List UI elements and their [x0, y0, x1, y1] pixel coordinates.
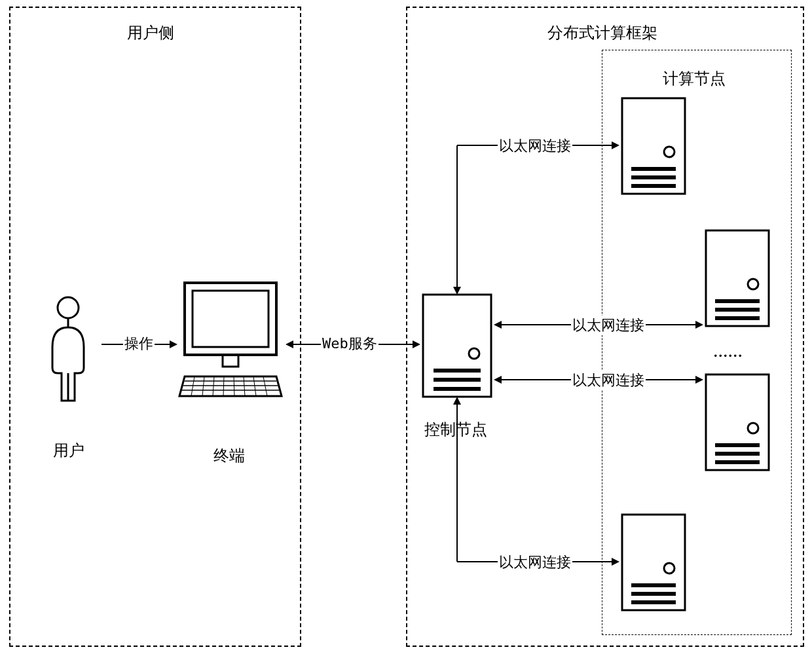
compute-node-4-icon	[621, 513, 686, 611]
svg-line-9	[202, 376, 204, 396]
svg-marker-47	[453, 287, 461, 295]
svg-marker-51	[494, 321, 502, 329]
svg-marker-49	[612, 141, 619, 149]
svg-line-11	[223, 376, 224, 396]
svg-line-13	[244, 376, 245, 396]
svg-rect-3	[193, 291, 268, 347]
ethernet-label-2: 以太网连接	[571, 316, 646, 335]
svg-rect-2	[185, 283, 276, 355]
svg-rect-4	[223, 355, 238, 367]
svg-marker-20	[413, 340, 420, 348]
compute-node-title: 计算节点	[648, 68, 740, 89]
framework-title: 分布式计算框架	[511, 22, 694, 43]
svg-rect-36	[706, 374, 769, 470]
control-node-icon	[422, 293, 492, 398]
svg-marker-17	[170, 340, 177, 348]
svg-rect-41	[622, 515, 685, 610]
user-icon	[42, 296, 94, 407]
svg-point-42	[664, 563, 674, 574]
svg-marker-59	[612, 558, 619, 566]
terminal-label: 终端	[203, 445, 255, 466]
svg-point-37	[748, 423, 758, 433]
svg-line-8	[191, 376, 194, 396]
svg-point-27	[664, 147, 674, 157]
svg-rect-31	[706, 230, 769, 326]
user-side-title: 用户侧	[111, 22, 190, 43]
operation-label: 操作	[123, 334, 155, 354]
svg-line-12	[234, 376, 234, 396]
ellipsis: ······	[714, 347, 743, 364]
svg-line-10	[213, 376, 214, 396]
diagram-container: 用户侧 分布式计算框架 计算节点 用户 终端 操作	[0, 0, 812, 656]
svg-marker-52	[695, 321, 703, 329]
compute-node-1-icon	[621, 97, 686, 195]
ethernet-label-3: 以太网连接	[571, 371, 646, 390]
svg-point-32	[748, 279, 758, 289]
ethernet-arrow-1	[452, 139, 619, 295]
svg-marker-19	[286, 340, 293, 348]
svg-marker-54	[494, 376, 502, 384]
ethernet-arrow-4	[452, 397, 619, 568]
ethernet-label-4: 以太网连接	[498, 553, 572, 572]
svg-point-22	[469, 348, 479, 359]
web-service-label: Web服务	[321, 334, 378, 354]
svg-line-15	[263, 376, 267, 396]
svg-point-0	[58, 297, 79, 318]
svg-rect-26	[622, 98, 685, 194]
svg-marker-55	[695, 376, 703, 384]
terminal-icon	[178, 280, 283, 404]
svg-marker-57	[453, 397, 461, 405]
svg-line-14	[253, 376, 256, 396]
compute-node-3-icon	[705, 373, 770, 471]
user-label: 用户	[46, 440, 92, 461]
compute-node-2-icon	[705, 229, 770, 327]
ethernet-label-1: 以太网连接	[498, 136, 572, 156]
